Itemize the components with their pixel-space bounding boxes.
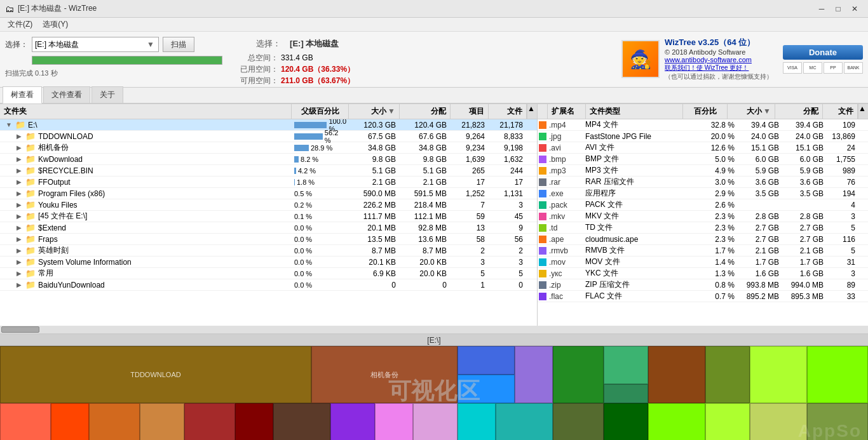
tab-about[interactable]: 关于 (92, 86, 123, 103)
tree-expand-icon[interactable]: ▶ (14, 167, 24, 174)
tree-expand-icon[interactable]: ▶ (14, 156, 24, 163)
tree-expand-icon[interactable]: ▶ (14, 190, 24, 197)
ft-col-pct-header[interactable]: 百分比 (683, 104, 728, 119)
menu-file[interactable]: 文件(Z) (3, 18, 37, 31)
ft-row[interactable]: .zip ZIP 压缩文件 0.8 % 993.8 MB 994.0 MB 89 (538, 279, 868, 291)
treemap-block[interactable] (0, 403, 51, 440)
treemap-block[interactable] (235, 403, 273, 440)
col-header-alloc[interactable]: 分配 (400, 104, 451, 119)
ft-row[interactable]: .mp4 MP4 文件 32.8 % 39.4 GB 39.4 GB 109 (538, 119, 868, 131)
tree-row[interactable]: ▶ 📁 System Volume Information 0.0 % 20.1… (0, 257, 537, 268)
tab-file-view[interactable]: 文件查看 (43, 86, 90, 103)
tree-expand-icon[interactable]: ▶ (14, 247, 24, 254)
treemap-block[interactable]: TDDOWNLOAD (0, 346, 311, 403)
treemap-block[interactable] (51, 403, 89, 440)
treemap-block[interactable] (705, 403, 750, 440)
treemap-block[interactable] (273, 403, 330, 440)
ft-row[interactable]: .bmp BMP 文件 5.0 % 6.0 GB 6.0 GB 1,755 (538, 154, 868, 165)
treemap-block[interactable] (458, 403, 496, 440)
scroll-up-btn[interactable]: ▲ (527, 104, 537, 119)
tree-row[interactable]: ▶ 📁 BaiduYunDownload 0.0 % 0 0 1 0 (0, 279, 537, 291)
filetype-body[interactable]: .mp4 MP4 文件 32.8 % 39.4 GB 39.4 GB 109 .… (538, 119, 868, 326)
treemap-block[interactable] (807, 346, 868, 403)
treemap-block[interactable] (496, 403, 553, 440)
wiztree-link[interactable]: 联系我们！使 WizTree 更好！ (665, 63, 773, 72)
tree-row[interactable]: ▶ 📁 英雄时刻 0.0 % 8.7 MB 8.7 MB 2 2 (0, 245, 537, 257)
tree-row[interactable]: ▶ 📁 相机备份 28.9 % 34.8 GB 34.8 GB 9,234 9,… (0, 142, 537, 154)
treemap-block[interactable] (89, 403, 140, 440)
tree-row[interactable]: ▶ 📁 $Extend 0.0 % 20.1 MB 92.8 MB 13 9 (0, 222, 537, 234)
treemap-block[interactable] (604, 403, 648, 440)
horizontal-scrollbar[interactable] (0, 326, 868, 333)
tree-row[interactable]: ▶ 📁 Fraps 0.0 % 13.5 MB 13.6 MB 58 56 (0, 234, 537, 245)
ft-row[interactable]: .mov MOV 文件 1.4 % 1.7 GB 1.7 GB 31 (538, 257, 868, 268)
treemap-block[interactable] (648, 403, 705, 440)
treemap-block[interactable] (648, 346, 705, 403)
ft-row[interactable]: .mp3 MP3 文件 4.9 % 5.9 GB 5.9 GB 989 (538, 165, 868, 177)
tree-expand-icon[interactable]: ▶ (14, 213, 24, 220)
tree-expand-icon[interactable]: ▼ (4, 121, 14, 128)
treemap-block[interactable] (458, 375, 515, 403)
treemap-block[interactable] (553, 403, 604, 440)
tree-expand-icon[interactable]: ▶ (14, 133, 24, 140)
ft-row[interactable]: .pack PACK 文件 2.6 % 4 (538, 199, 868, 211)
ft-row[interactable]: .jpg FastStone JPG File 20.0 % 24.0 GB 2… (538, 131, 868, 142)
ft-row[interactable]: .rar RAR 压缩文件 3.0 % 3.6 GB 3.6 GB 76 (538, 177, 868, 188)
tree-row[interactable]: ▶ 📁 Program Files (x86) 0.5 % 590.0 MB 5… (0, 188, 537, 199)
tree-row[interactable]: ▼ 📁 E:\ 100.0 % 120.3 GB 120.4 GB 21,823… (0, 119, 537, 131)
menu-options[interactable]: 选项(Y) (37, 18, 73, 31)
tab-tree-view[interactable]: 树查看 (3, 86, 42, 103)
col-header-items[interactable]: 项目 (451, 104, 489, 119)
tree-row[interactable]: ▶ 📁 TDDOWNLOAD 56.2 % 67.5 GB 67.6 GB 9,… (0, 131, 537, 142)
treemap-block[interactable] (184, 403, 235, 440)
ft-row[interactable]: .flac FLAC 文件 0.7 % 895.2 MB 895.3 MB 33 (538, 291, 868, 302)
tree-expand-icon[interactable]: ▶ (14, 224, 24, 231)
col-header-folder[interactable]: 文件夹 (0, 104, 292, 119)
tree-row[interactable]: ▶ 📁 KwDownload 8.2 % 9.8 GB 9.8 GB 1,639… (0, 154, 537, 165)
ft-row[interactable]: .yкc YKC 文件 1.3 % 1.6 GB 1.6 GB 3 (538, 268, 868, 279)
ft-col-type-header[interactable]: 文件类型 (586, 104, 683, 119)
treemap-block[interactable] (604, 346, 648, 384)
tree-row[interactable]: ▶ 📁 Youku Files 0.2 % 226.2 MB 218.4 MB … (0, 199, 537, 211)
ft-col-size-header[interactable]: 大小▼ (728, 104, 775, 119)
tree-expand-icon[interactable]: ▶ (14, 144, 24, 151)
tree-row[interactable]: ▶ 📁 [45 文件在 E:\] 0.1 % 111.7 MB 112.1 MB… (0, 211, 537, 222)
tree-row[interactable]: ▶ 📁 常用 0.0 % 6.9 KB 20.0 KB 5 5 (0, 268, 537, 279)
treemap-block[interactable] (604, 384, 648, 403)
ft-col-files-header[interactable]: 文件 (823, 104, 858, 119)
ft-row[interactable]: .rmvb RMVB 文件 1.7 % 2.1 GB 2.1 GB 5 (538, 245, 868, 257)
col-header-percent[interactable]: 父级百分比 (292, 104, 349, 119)
col-header-files[interactable]: 文件 (489, 104, 527, 119)
ft-scroll-up[interactable]: ▲ (858, 104, 868, 119)
treemap-block[interactable] (515, 346, 553, 403)
drive-dropdown[interactable]: [E:] 本地磁盘 ▼ (32, 37, 159, 52)
tree-row[interactable]: ▶ 📁 FFOutput 1.8 % 2.1 GB 2.1 GB 17 17 (0, 177, 537, 188)
maximize-button[interactable]: □ (830, 3, 846, 15)
treemap-block[interactable] (458, 346, 515, 375)
ft-row[interactable]: .avi AVI 文件 12.6 % 15.1 GB 15.1 GB 24 (538, 142, 868, 154)
tree-expand-icon[interactable]: ▶ (14, 236, 24, 243)
ft-col-alloc-header[interactable]: 分配 (775, 104, 823, 119)
scrollbar-thumb[interactable] (1, 326, 39, 333)
donate-button[interactable]: Donate (783, 45, 863, 60)
tree-expand-icon[interactable]: ▶ (14, 281, 24, 288)
scan-button[interactable]: 扫描 (163, 37, 194, 52)
ft-col-ext-header[interactable]: 扩展名 (548, 104, 586, 119)
tree-expand-icon[interactable]: ▶ (14, 258, 24, 265)
treemap-block[interactable] (140, 403, 184, 440)
tree-expand-icon[interactable]: ▶ (14, 270, 24, 277)
treemap-block[interactable] (413, 403, 458, 440)
treemap-block[interactable] (553, 346, 604, 403)
tree-expand-icon[interactable]: ▶ (14, 201, 24, 208)
minimize-button[interactable]: ─ (813, 3, 830, 15)
ft-row[interactable]: .mkv MKV 文件 2.3 % 2.8 GB 2.8 GB 3 (538, 211, 868, 222)
treemap-block[interactable] (705, 346, 750, 403)
file-tree-body[interactable]: ▼ 📁 E:\ 100.0 % 120.3 GB 120.4 GB 21,823… (0, 119, 537, 326)
col-header-size[interactable]: 大小▼ (349, 104, 400, 119)
ft-row[interactable]: .td TD 文件 2.3 % 2.7 GB 2.7 GB 5 (538, 222, 868, 234)
ft-row[interactable]: .exe 应用程序 2.9 % 3.5 GB 3.5 GB 194 (538, 188, 868, 199)
treemap-block[interactable] (375, 403, 413, 440)
tree-expand-icon[interactable]: ▶ (14, 178, 24, 185)
ft-row[interactable]: .ape cloudmusic.ape 2.3 % 2.7 GB 2.7 GB … (538, 234, 868, 245)
treemap-block[interactable] (330, 403, 375, 440)
